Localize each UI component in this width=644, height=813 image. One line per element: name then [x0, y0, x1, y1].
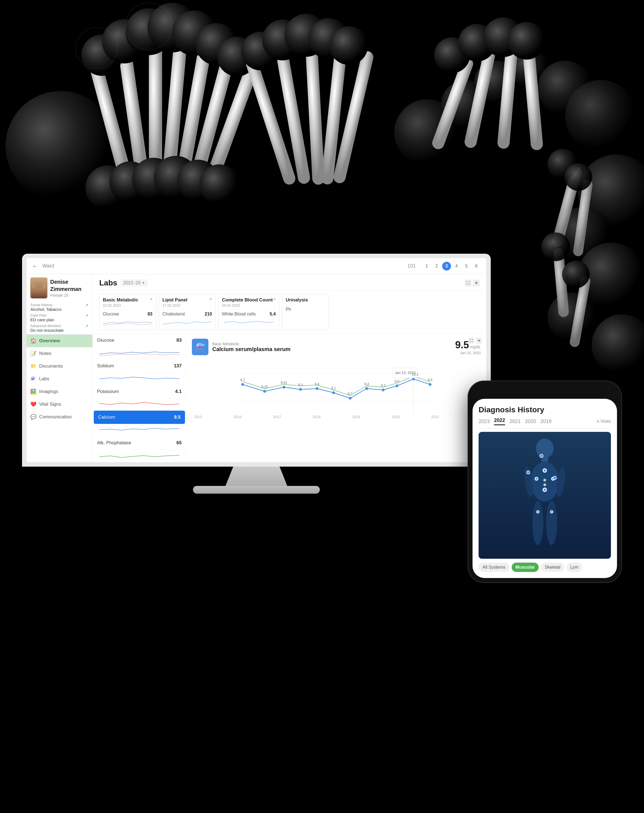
- sidebar-communication-label: Communication: [39, 414, 72, 420]
- bottom-section: Glucose 83 Solidum: [93, 334, 486, 462]
- care-plan-link-icon[interactable]: ↗: [85, 313, 89, 318]
- chevron-down-icon: ▼: [142, 281, 145, 285]
- panel-1-name: Basic Metabolic: [103, 297, 138, 303]
- table-row-potassium[interactable]: Potassium 4.1: [93, 385, 186, 399]
- labs-title: Labs: [99, 279, 117, 287]
- year-filter[interactable]: 2023 -20 ▼: [121, 279, 148, 287]
- sidebar-item-documents[interactable]: 📁 Documents: [26, 360, 92, 373]
- sidebar-imagings-label: Imagings: [39, 389, 58, 394]
- svg-point-87: [536, 478, 538, 480]
- panel-4-metric: Ph: [285, 307, 291, 312]
- sidebar-item-overview[interactable]: 🏠 Overview: [26, 334, 92, 347]
- body-dot-3[interactable]: [553, 476, 557, 480]
- chart-close-icon[interactable]: ✕: [476, 337, 482, 344]
- chart-area: Jan 15, 2022 9.7 9.25 9.41 9.3 9.4 9.1 8…: [192, 360, 481, 415]
- phone-year-2019[interactable]: 2019: [540, 419, 551, 425]
- svg-point-38: [508, 22, 545, 60]
- close-icon[interactable]: ✕: [473, 280, 480, 286]
- panel-2-arrow[interactable]: ↗: [209, 297, 212, 301]
- imagings-icon: 🖼️: [30, 388, 37, 395]
- table-row-calcium[interactable]: Calcium 9.5: [94, 411, 185, 424]
- expand-icon[interactable]: ⛶: [465, 280, 471, 286]
- page-1[interactable]: 1: [422, 262, 431, 270]
- phone-year-2020[interactable]: 2020: [525, 419, 536, 425]
- social-history-label: Social History:: [30, 303, 61, 307]
- svg-point-97: [543, 483, 546, 486]
- svg-point-44: [199, 164, 239, 204]
- svg-text:9.3: 9.3: [381, 383, 386, 388]
- chart-date: Jan 15, 2022: [455, 351, 481, 355]
- svg-text:9.0: 9.0: [395, 379, 399, 383]
- svg-point-55: [332, 391, 335, 394]
- panel-2-name: Lipid Panel: [163, 297, 187, 303]
- back-button[interactable]: ←: [32, 262, 38, 270]
- panel-4-metric-row: Ph: [285, 305, 325, 312]
- sidebar-item-imagings[interactable]: 🖼️ Imagings: [26, 385, 92, 398]
- page-4[interactable]: 4: [452, 262, 461, 270]
- phone-container: Diagnosis History 2023 2022 2021 2020 20…: [468, 380, 622, 583]
- home-icon: 🏠: [30, 338, 37, 344]
- svg-text:9.3: 9.3: [298, 383, 303, 387]
- svg-point-59: [396, 384, 399, 387]
- year-2017: 2017: [273, 415, 281, 419]
- panel-1-arrow[interactable]: ↗: [149, 297, 152, 301]
- panel-2-metric-row: Cholesterol 210: [163, 310, 212, 317]
- sidebar-item-notes[interactable]: 📝 Notes: [26, 347, 92, 360]
- table-row-solidum-chart: [93, 373, 186, 385]
- sidebar-notes-label: Notes: [39, 351, 51, 356]
- chart-unit: mg/dL: [470, 345, 481, 349]
- sidebar-item-communication[interactable]: 💬 Communication: [26, 411, 92, 423]
- chart-expand-icon[interactable]: ⛶: [468, 337, 474, 344]
- body-dot-1[interactable]: [540, 454, 543, 458]
- svg-text:9.4: 9.4: [315, 382, 319, 386]
- lab-panel-cbc[interactable]: Complete Blood Count 26.02.2023 ↗ White …: [218, 294, 279, 330]
- table-row-alk-phophatase[interactable]: Alk. Phophatase 65: [93, 436, 186, 450]
- svg-point-58: [382, 388, 385, 391]
- monitor-base: [193, 486, 320, 494]
- phone-tab-all-systems[interactable]: All Systems: [478, 563, 509, 572]
- phone-title: Diagnosis History: [478, 405, 611, 414]
- care-plan-value: ED care plan: [30, 318, 54, 322]
- panel-3-arrow[interactable]: ↗: [273, 297, 276, 301]
- phone-tab-lym[interactable]: Lym: [567, 563, 583, 572]
- page-2[interactable]: 2: [432, 262, 441, 270]
- table-row-glucose[interactable]: Glucose 83: [93, 334, 186, 347]
- table-row-solidum[interactable]: Solidum 137: [93, 359, 186, 373]
- row-calcium-name: Calcium: [98, 414, 115, 420]
- phone-year-2021[interactable]: 2021: [509, 419, 520, 425]
- monitor-stand: [218, 466, 295, 486]
- phone-year-2022-active[interactable]: 2022: [494, 417, 505, 425]
- social-history-row: Social History: Alcohol, Tabacco ↗: [30, 303, 89, 311]
- svg-point-91: [544, 489, 546, 491]
- svg-text:10.2: 10.2: [412, 373, 419, 376]
- svg-point-61: [429, 383, 431, 386]
- page-6[interactable]: 6: [472, 262, 481, 270]
- panel-1-metric-row: Glucose 83: [103, 310, 152, 317]
- svg-point-102: [592, 314, 644, 375]
- advanced-directive-label: Advanced directive:: [30, 324, 64, 328]
- advanced-directive-link-icon[interactable]: ↗: [85, 324, 89, 328]
- lab-panel-basic-metabolic[interactable]: Basic Metabolic 22.02.2023 ↗ Glucose 83: [99, 294, 156, 330]
- phone-tab-skeletal[interactable]: Skeletal: [541, 563, 564, 572]
- phone-screen: Diagnosis History 2023 2022 2021 2020 20…: [472, 399, 617, 578]
- lab-panel-lipid[interactable]: Lipid Panel 17.03.2023 ↗ Cholesterol 210: [159, 294, 216, 330]
- page-5[interactable]: 5: [462, 262, 471, 270]
- social-history-link-icon[interactable]: ↗: [85, 303, 89, 307]
- table-row-bicarbonate[interactable]: Bicarbonate 30: [93, 462, 186, 462]
- svg-point-93: [537, 511, 539, 513]
- lab-panel-urinalysis[interactable]: Urinalysis Ph: [282, 294, 329, 330]
- main-content: Labs 2023 -20 ▼ ⛶ ✕: [93, 274, 486, 462]
- sidebar-item-labs[interactable]: ⚗️ Labs: [26, 373, 92, 385]
- communication-icon: 💬: [30, 414, 37, 420]
- page-3-active[interactable]: 3: [442, 262, 451, 270]
- patient-gender-age: Female 25: [50, 293, 89, 298]
- body-dot-2[interactable]: [526, 471, 530, 474]
- ward-number: 101: [408, 263, 416, 269]
- phone-year-2023[interactable]: 2023: [478, 419, 490, 425]
- phone-tab-muscular[interactable]: Muscular: [512, 563, 539, 572]
- sidebar-item-vital-signs[interactable]: ❤️ Vital Signs: [26, 398, 92, 411]
- panel-3-metric-row: White Blood cells 5.4: [222, 310, 276, 317]
- panel-3-chart: [222, 318, 276, 327]
- year-label: 2023: [123, 281, 133, 285]
- svg-point-77: [536, 439, 554, 458]
